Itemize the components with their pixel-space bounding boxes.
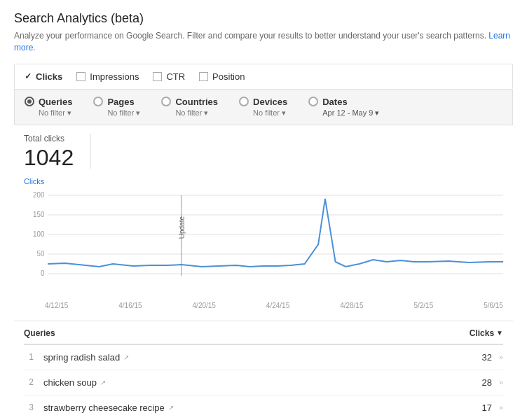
pages-filter-text: No filter bbox=[107, 108, 134, 117]
countries-filter[interactable]: No filter ▾ bbox=[175, 108, 218, 118]
row-query-2: chicken soup ↗ bbox=[43, 377, 106, 388]
dimension-queries[interactable]: Queries No filter ▾ bbox=[25, 97, 72, 118]
devices-filter-arrow: ▾ bbox=[282, 108, 286, 117]
row-right-2: 28 » bbox=[471, 377, 503, 388]
metric-position[interactable]: Position bbox=[199, 71, 245, 82]
impressions-checkbox bbox=[76, 72, 85, 81]
dimension-countries[interactable]: Countries No filter ▾ bbox=[161, 97, 218, 118]
col-header-clicks: Clicks ▼ bbox=[470, 328, 503, 338]
total-clicks-block: Total clicks 1042 bbox=[24, 134, 91, 169]
metric-clicks-label: Clicks bbox=[36, 71, 62, 82]
table-row: 3 strawberry cheesecake recipe ↗ 17 » bbox=[24, 396, 503, 420]
position-checkbox bbox=[199, 72, 208, 81]
queries-radio bbox=[25, 97, 34, 106]
row-clicks-3: 17 bbox=[471, 402, 492, 413]
svg-text:150: 150 bbox=[33, 210, 45, 218]
dimension-devices[interactable]: Devices No filter ▾ bbox=[239, 97, 287, 118]
row-right-3: 17 » bbox=[471, 402, 503, 413]
table-row: 2 chicken soup ↗ 28 » bbox=[24, 370, 503, 396]
svg-text:0: 0 bbox=[41, 269, 45, 276]
subtitle: Analyze your performance on Google Searc… bbox=[14, 30, 513, 54]
row-left-2: 2 chicken soup ↗ bbox=[24, 377, 106, 388]
countries-filter-text: No filter bbox=[175, 108, 202, 117]
devices-radio bbox=[239, 97, 249, 106]
table-header: Queries Clicks ▼ bbox=[24, 321, 503, 345]
queries-filter-text: No filter bbox=[39, 108, 65, 117]
row-right-1: 32 » bbox=[471, 352, 503, 363]
col-header-queries: Queries bbox=[24, 328, 55, 338]
row-left-1: 1 spring radish salad ↗ bbox=[24, 352, 129, 363]
row-expand-2[interactable]: » bbox=[499, 378, 503, 386]
dim-countries-label: Countries bbox=[175, 97, 218, 107]
metrics-bar: ✓ Clicks Impressions CTR Position bbox=[14, 64, 513, 89]
devices-filter[interactable]: No filter ▾ bbox=[253, 108, 287, 118]
metric-ctr[interactable]: CTR bbox=[153, 71, 185, 82]
svg-text:200: 200 bbox=[33, 190, 45, 198]
table-row: 1 spring radish salad ↗ 32 » bbox=[24, 345, 503, 370]
pages-filter[interactable]: No filter ▾ bbox=[107, 108, 140, 118]
dates-filter-arrow: ▾ bbox=[375, 108, 379, 117]
devices-filter-text: No filter bbox=[253, 108, 280, 117]
metric-impressions[interactable]: Impressions bbox=[76, 71, 139, 82]
x-label-0: 4/12/15 bbox=[45, 302, 68, 309]
ctr-checkbox bbox=[153, 72, 162, 81]
external-icon-1: ↗ bbox=[123, 354, 129, 361]
chart-y-label: Clicks bbox=[24, 177, 503, 186]
dates-radio bbox=[308, 97, 318, 106]
external-icon-3: ↗ bbox=[168, 404, 174, 412]
dim-queries-label: Queries bbox=[39, 97, 72, 107]
row-num-1: 1 bbox=[24, 352, 34, 362]
main-container: Search Analytics (beta) Analyze your per… bbox=[0, 0, 527, 420]
metric-impressions-label: Impressions bbox=[90, 71, 139, 82]
svg-text:50: 50 bbox=[36, 249, 44, 257]
metric-position-label: Position bbox=[212, 71, 245, 82]
metric-clicks[interactable]: ✓ Clicks bbox=[25, 71, 62, 82]
subtitle-text: Analyze your performance on Google Searc… bbox=[14, 31, 486, 41]
x-label-5: 5/2/15 bbox=[413, 302, 433, 309]
countries-radio bbox=[161, 97, 171, 106]
row-query-1: spring radish salad ↗ bbox=[43, 352, 129, 363]
row-clicks-2: 28 bbox=[471, 377, 492, 388]
sort-arrow-icon[interactable]: ▼ bbox=[496, 329, 503, 337]
x-label-2: 4/20/15 bbox=[193, 302, 216, 309]
total-clicks-value: 1042 bbox=[24, 146, 74, 169]
col-clicks-label: Clicks bbox=[470, 328, 494, 338]
chart-wrapper: 200 150 100 50 0 Update bbox=[24, 188, 503, 300]
dimensions-bar: Queries No filter ▾ Pages No filter ▾ Co… bbox=[14, 89, 513, 125]
row-num-2: 2 bbox=[24, 377, 34, 387]
chart-svg: 200 150 100 50 0 bbox=[24, 188, 503, 300]
dates-filter-text: Apr 12 - May 9 bbox=[322, 108, 373, 117]
x-label-6: 5/6/15 bbox=[484, 302, 503, 309]
row-num-3: 3 bbox=[24, 402, 34, 412]
x-label-3: 4/24/15 bbox=[266, 302, 289, 309]
queries-filter[interactable]: No filter ▾ bbox=[39, 108, 72, 118]
chart-xaxis: 4/12/15 4/16/15 4/20/15 4/24/15 4/28/15 … bbox=[24, 300, 503, 309]
dim-pages-label: Pages bbox=[107, 97, 134, 107]
dimension-dates[interactable]: Dates Apr 12 - May 9 ▾ bbox=[308, 97, 379, 118]
dates-filter[interactable]: Apr 12 - May 9 ▾ bbox=[322, 108, 379, 118]
countries-filter-arrow: ▾ bbox=[204, 108, 208, 117]
total-clicks-label: Total clicks bbox=[24, 134, 74, 144]
stats-section: Total clicks 1042 bbox=[14, 125, 513, 169]
update-label: Update bbox=[178, 216, 186, 239]
chart-section: Clicks 200 150 100 50 0 bbox=[14, 177, 513, 309]
row-left-3: 3 strawberry cheesecake recipe ↗ bbox=[24, 402, 174, 413]
svg-text:100: 100 bbox=[33, 230, 45, 237]
x-label-1: 4/16/15 bbox=[118, 302, 142, 309]
pages-filter-arrow: ▾ bbox=[136, 108, 140, 117]
table-section: Queries Clicks ▼ 1 spring radish salad ↗… bbox=[14, 321, 513, 420]
row-expand-3[interactable]: » bbox=[499, 403, 503, 412]
x-label-4: 4/28/15 bbox=[340, 302, 363, 309]
row-clicks-1: 32 bbox=[471, 352, 492, 363]
dimension-pages[interactable]: Pages No filter ▾ bbox=[93, 97, 140, 118]
external-icon-2: ↗ bbox=[100, 379, 106, 386]
dim-dates-label: Dates bbox=[322, 97, 347, 107]
metric-ctr-label: CTR bbox=[166, 71, 185, 82]
dim-devices-label: Devices bbox=[253, 97, 287, 107]
row-expand-1[interactable]: » bbox=[499, 353, 503, 361]
queries-radio-inner bbox=[27, 99, 32, 104]
pages-radio bbox=[93, 97, 103, 106]
queries-filter-arrow: ▾ bbox=[67, 108, 71, 117]
row-query-3: strawberry cheesecake recipe ↗ bbox=[43, 402, 174, 413]
page-title: Search Analytics (beta) bbox=[14, 11, 513, 26]
